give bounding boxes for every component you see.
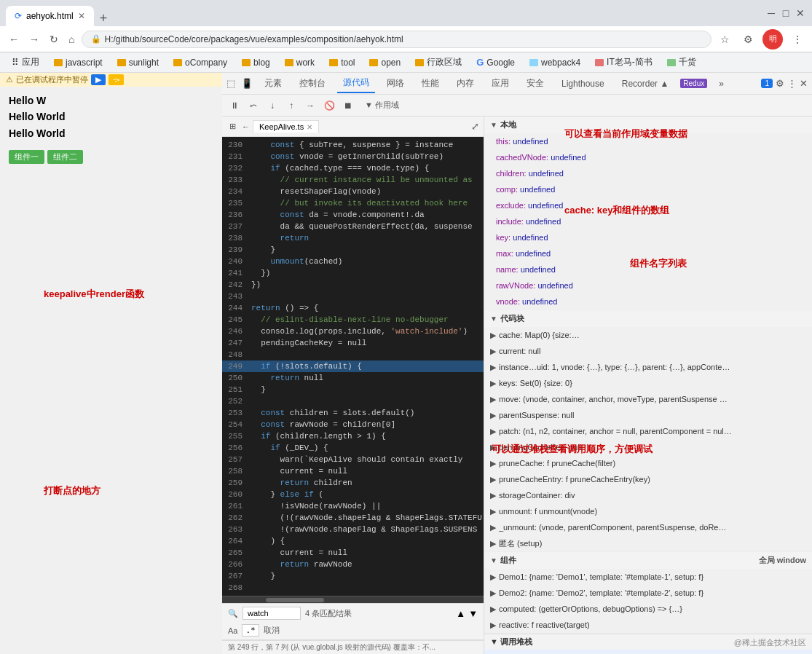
tab-memory[interactable]: 内存 (451, 74, 480, 92)
user-avatar[interactable]: 明 (762, 29, 783, 50)
pause-btn[interactable]: ⏸ (226, 98, 243, 114)
bookmark-apps[interactable]: ⠿ 应用 (6, 55, 45, 70)
component-1-btn[interactable]: 组件一 (9, 150, 44, 164)
scope-current[interactable]: ▶current: null (484, 343, 812, 359)
tab-elements[interactable]: 元素 (259, 74, 288, 92)
reload-btn[interactable]: ↻ (47, 32, 61, 47)
regex-btn[interactable]: .* (242, 624, 259, 637)
scope-unmount2[interactable]: ▶_unmount: (vnode, parentComponent, pare… (484, 519, 812, 535)
code-tab-close[interactable]: ✕ (307, 123, 312, 131)
minimize-btn[interactable]: ─ (765, 7, 777, 19)
scope-local-header[interactable]: ▼ 本地 (484, 117, 812, 133)
scope-demo1[interactable]: ▶Demo1: {name: 'Demo1', template: '#temp… (484, 569, 812, 585)
stop-btn[interactable]: ⏹ (340, 98, 356, 114)
scope-block-header[interactable]: ▼ 代码块 (484, 310, 812, 327)
tab-application[interactable]: 应用 (486, 74, 515, 92)
scope-cache[interactable]: ▶cache: Map(0) {size:… (484, 327, 812, 343)
bookmark-star-icon[interactable]: ☆ (716, 31, 733, 48)
close-btn[interactable]: ✕ (795, 7, 806, 19)
bookmark-qianhuo[interactable]: 千货 (661, 55, 702, 70)
bookmark-ocompany[interactable]: oCompany (167, 56, 233, 69)
bookmark-sunlight[interactable]: sunlight (111, 56, 165, 69)
callstack-item-anonymous[interactable]: ●（匿名） KeepAlive.ts:249 (484, 650, 812, 654)
scope-move[interactable]: ▶move: (vnode, container, anchor, moveTy… (484, 391, 812, 407)
scope-computed[interactable]: ▶computed: (getterOrOptions, debugOption… (484, 601, 812, 617)
scope-block-label: 代码块 (500, 313, 524, 324)
resume-btn[interactable]: ▶ (91, 74, 106, 85)
line-number: 249 (222, 361, 248, 372)
address-input[interactable]: 🔒 H:/github/sourceCode/core/packages/vue… (82, 31, 712, 48)
code-scrollbar[interactable] (222, 596, 484, 603)
step-btn2[interactable]: → (302, 98, 318, 114)
scope-unmount[interactable]: ▶unmount: f unmount(vnode) (484, 503, 812, 519)
bookmark-open[interactable]: open (363, 56, 406, 69)
menu-icon[interactable]: ⋮ (789, 31, 806, 48)
file-tree-toggle[interactable]: ⊞ (226, 122, 239, 131)
redux-badge[interactable]: Redux (680, 79, 707, 88)
tab-more[interactable]: » (713, 76, 730, 92)
tab-lighthouse[interactable]: Lighthouse (556, 76, 610, 92)
code-panel-expand[interactable]: ⤢ (471, 121, 479, 132)
code-file-tab[interactable]: KeepAlive.ts ✕ (253, 120, 319, 133)
scope-rawvnode: rawVNode: undefined (484, 277, 812, 293)
devtools-device-icon[interactable]: 📱 (241, 78, 253, 89)
search-up-btn[interactable]: ▲ (456, 608, 465, 619)
scope-reactive[interactable]: ▶reactive: f reactive(target) (484, 617, 812, 633)
component-2-btn[interactable]: 组件二 (47, 150, 83, 164)
devtools-inspect-icon[interactable]: ⬚ (226, 78, 235, 89)
more-options-icon[interactable]: ⋮ (787, 78, 797, 89)
devtools-panel: ⬚ 📱 元素 控制台 源代码 网络 性能 内存 应用 安全 Lighthouse… (222, 73, 812, 654)
line-content: const children = slots.default() (248, 407, 414, 419)
back-btn[interactable]: ← (6, 32, 22, 47)
scope-patch[interactable]: ▶patch: (n1, n2, container, anchor = nul… (484, 423, 812, 439)
new-tab-btn[interactable]: + (95, 11, 112, 26)
step-into-btn[interactable]: ↓ (264, 98, 280, 114)
forward-btn[interactable]: → (26, 32, 42, 47)
step-btn[interactable]: ⤼ (109, 74, 124, 85)
home-btn[interactable]: ⌂ (66, 32, 77, 47)
line-content: pendingCacheKey = null (248, 337, 366, 349)
bookmark-javascript[interactable]: javascript (48, 56, 109, 69)
bookmark-blog[interactable]: blog (236, 56, 276, 69)
tab-close-btn[interactable]: ✕ (78, 11, 85, 21)
cancel-search-btn[interactable]: 取消 (264, 625, 280, 636)
scope-prunecache[interactable]: ▶pruneCache: f pruneCache(filter) (484, 455, 812, 471)
settings-icon[interactable]: ⚙ (776, 78, 784, 89)
tab-performance[interactable]: 性能 (416, 74, 445, 92)
bookmark-google[interactable]: G Google (470, 55, 521, 69)
tab-sources[interactable]: 源代码 (337, 74, 375, 93)
scope-parentsuspense[interactable]: ▶parentSuspense: null (484, 407, 812, 423)
tab-recorder[interactable]: Recorder ▲ (616, 76, 675, 92)
bookmark-itlaoma[interactable]: IT老马-简书 (589, 55, 658, 70)
scrollbar-thumb[interactable] (266, 598, 324, 602)
tab-network[interactable]: 网络 (381, 74, 410, 92)
scope-anonymous-setup[interactable]: ▶匿名 (setup) (484, 535, 812, 551)
bookmark-work[interactable]: work (279, 56, 320, 69)
file-nav-back[interactable]: ← (239, 122, 253, 131)
scope-demo2[interactable]: ▶Demo2: {name: 'Demo2', template: '#temp… (484, 585, 812, 601)
active-tab[interactable]: ⟳ aehyok.html ✕ (6, 6, 94, 26)
scope-storagecontainer[interactable]: ▶storageContainer: div (484, 487, 812, 503)
tab-security[interactable]: 安全 (521, 74, 550, 92)
deactivate-breakpoints-btn[interactable]: 🚫 (321, 98, 337, 114)
code-editor[interactable]: 223 }224}225onMounted(cacheSubtree)226on… (222, 137, 484, 596)
devtools-inner: ⊞ ← KeepAlive.ts ✕ ⤢ 223 }224}225onMount… (222, 117, 812, 654)
maximize-btn[interactable]: □ (780, 7, 792, 19)
devtools-tabs: ⬚ 📱 元素 控制台 源代码 网络 性能 内存 应用 安全 Lighthouse… (222, 73, 812, 95)
scope-pendingcachekey[interactable]: ▶pendingCacheKey: null (484, 439, 812, 455)
bookmark-webpack4[interactable]: webpack4 (524, 56, 586, 69)
scope-component-header[interactable]: ▼ 组件 全局 window (484, 552, 812, 569)
step-over-btn[interactable]: ⤺ (245, 98, 261, 114)
step-out-btn[interactable]: ↑ (283, 98, 299, 114)
scope-prunecacheentry[interactable]: ▶pruneCacheEntry: f pruneCacheEntry(key) (484, 471, 812, 487)
extensions-icon[interactable]: ⚙ (739, 31, 757, 48)
scope-instance[interactable]: ▶instance…uid: 1, vnode: {…}, type: {…},… (484, 359, 812, 375)
code-search-input[interactable] (243, 607, 301, 620)
bookmark-xingzhengquyu[interactable]: 行政区域 (409, 55, 468, 70)
close-devtools-icon[interactable]: ✕ (800, 78, 808, 89)
bookmark-tool[interactable]: tool (323, 56, 360, 69)
tab-console[interactable]: 控制台 (293, 74, 331, 92)
scope-keys[interactable]: ▶keys: Set(0) {size: 0} (484, 375, 812, 391)
callstack-file-anonymous[interactable]: KeepAlive.ts:249 (746, 651, 800, 654)
search-down-btn[interactable]: ▼ (468, 608, 478, 619)
